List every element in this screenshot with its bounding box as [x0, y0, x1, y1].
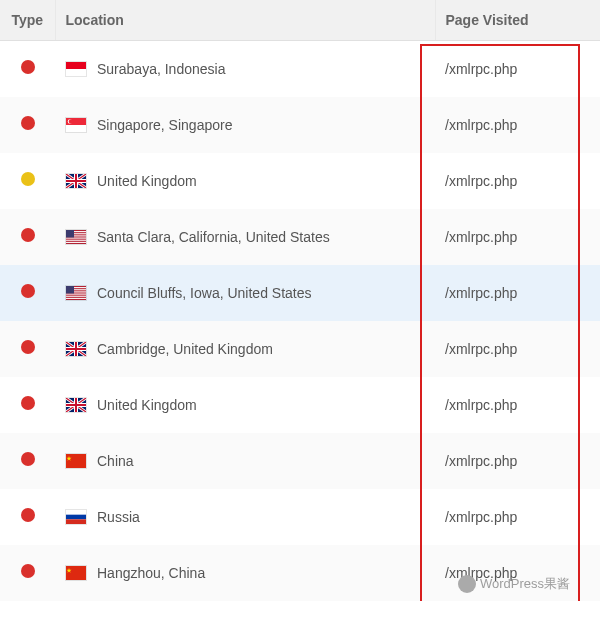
header-row: Type Location Page Visited: [0, 0, 600, 41]
type-cell: [0, 321, 55, 377]
page-visited-cell: /xmlrpc.php: [435, 321, 600, 377]
location-cell: Council Bluffs, Iowa, United States: [55, 265, 435, 321]
location-text: Cambridge, United Kingdom: [97, 341, 273, 357]
location-cell: United Kingdom: [55, 153, 435, 209]
traffic-table: Type Location Page Visited Surabaya, Ind…: [0, 0, 600, 601]
type-dot-icon: [21, 228, 35, 242]
svg-rect-28: [66, 515, 86, 520]
svg-rect-13: [66, 242, 86, 243]
location-cell: China: [55, 433, 435, 489]
type-dot-icon: [21, 340, 35, 354]
table-row[interactable]: China/xmlrpc.php: [0, 433, 600, 489]
location-text: Council Bluffs, Iowa, United States: [97, 285, 312, 301]
flag-icon: [65, 509, 87, 525]
flag-icon: [65, 397, 87, 413]
location-cell: Hangzhou, China: [55, 545, 435, 601]
table-row[interactable]: United Kingdom/xmlrpc.php: [0, 377, 600, 433]
svg-rect-0: [66, 62, 86, 69]
flag-icon: [65, 61, 87, 77]
page-visited-cell: /xmlrpc.php: [435, 265, 600, 321]
svg-rect-29: [66, 519, 86, 524]
type-cell: [0, 265, 55, 321]
svg-rect-11: [66, 238, 86, 239]
table-row[interactable]: Surabaya, Indonesia/xmlrpc.php: [0, 41, 600, 97]
flag-icon: [65, 173, 87, 189]
location-cell: Surabaya, Indonesia: [55, 41, 435, 97]
svg-rect-20: [66, 296, 86, 297]
flag-icon: [65, 285, 87, 301]
table-row[interactable]: Russia/xmlrpc.php: [0, 489, 600, 545]
svg-point-5: [69, 119, 73, 123]
type-cell: [0, 41, 55, 97]
location-text: Surabaya, Indonesia: [97, 61, 225, 77]
flag-icon: [65, 565, 87, 581]
location-text: Russia: [97, 509, 140, 525]
type-dot-icon: [21, 284, 35, 298]
flag-icon: [65, 229, 87, 245]
svg-rect-27: [66, 510, 86, 515]
location-text: China: [97, 453, 134, 469]
flag-icon: [65, 341, 87, 357]
table-row[interactable]: United Kingdom/xmlrpc.php: [0, 153, 600, 209]
header-location[interactable]: Location: [55, 0, 435, 41]
table-row[interactable]: Singapore, Singapore/xmlrpc.php: [0, 97, 600, 153]
location-cell: United Kingdom: [55, 377, 435, 433]
page-visited-cell: /xmlrpc.php: [435, 489, 600, 545]
table-row[interactable]: Council Bluffs, Iowa, United States/xmlr…: [0, 265, 600, 321]
svg-rect-3: [66, 125, 86, 132]
location-cell: Cambridge, United Kingdom: [55, 321, 435, 377]
page-visited-cell: /xmlrpc.php: [435, 97, 600, 153]
table-row[interactable]: Cambridge, United Kingdom/xmlrpc.php: [0, 321, 600, 377]
svg-rect-1: [66, 69, 86, 76]
page-visited-cell: /xmlrpc.php: [435, 41, 600, 97]
svg-rect-12: [66, 240, 86, 241]
type-dot-icon: [21, 508, 35, 522]
location-text: Santa Clara, California, United States: [97, 229, 330, 245]
svg-rect-22: [66, 286, 74, 294]
svg-rect-14: [66, 230, 74, 238]
page-visited-cell: /xmlrpc.php: [435, 433, 600, 489]
type-cell: [0, 377, 55, 433]
type-cell: [0, 209, 55, 265]
table-row[interactable]: Santa Clara, California, United States/x…: [0, 209, 600, 265]
watermark-icon: [458, 575, 476, 593]
page-visited-cell: /xmlrpc.php: [435, 153, 600, 209]
type-dot-icon: [21, 60, 35, 74]
svg-rect-21: [66, 298, 86, 299]
type-cell: [0, 153, 55, 209]
type-dot-icon: [21, 452, 35, 466]
location-cell: Singapore, Singapore: [55, 97, 435, 153]
type-cell: [0, 489, 55, 545]
location-cell: Russia: [55, 489, 435, 545]
svg-rect-19: [66, 294, 86, 295]
type-dot-icon: [21, 116, 35, 130]
watermark-text: WordPress果酱: [480, 575, 570, 593]
type-cell: [0, 545, 55, 601]
location-text: United Kingdom: [97, 173, 197, 189]
header-type[interactable]: Type: [0, 0, 55, 41]
type-dot-icon: [21, 172, 35, 186]
flag-icon: [65, 453, 87, 469]
type-dot-icon: [21, 564, 35, 578]
type-cell: [0, 97, 55, 153]
page-visited-cell: /xmlrpc.php: [435, 209, 600, 265]
location-text: Hangzhou, China: [97, 565, 205, 581]
location-cell: Santa Clara, California, United States: [55, 209, 435, 265]
type-cell: [0, 433, 55, 489]
type-dot-icon: [21, 396, 35, 410]
location-text: Singapore, Singapore: [97, 117, 232, 133]
page-visited-cell: /xmlrpc.php: [435, 377, 600, 433]
flag-icon: [65, 117, 87, 133]
header-page[interactable]: Page Visited: [435, 0, 600, 41]
watermark: WordPress果酱: [458, 575, 570, 593]
location-text: United Kingdom: [97, 397, 197, 413]
